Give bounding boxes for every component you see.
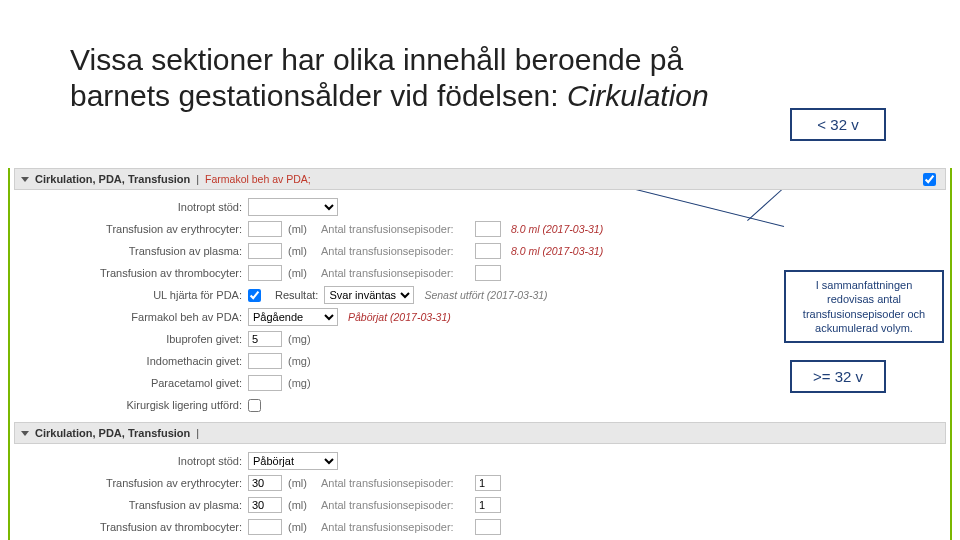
- form-row: Paracetamol givet:(mg): [24, 372, 936, 394]
- field-label: Paracetamol givet:: [24, 377, 242, 389]
- form-row: Transfusion av plasma:(ml)Antal transfus…: [24, 240, 936, 262]
- panel-title: Cirkulation, PDA, Transfusion: [35, 427, 190, 439]
- aux-input[interactable]: [475, 519, 501, 535]
- field-label: Ibuprofen givet:: [24, 333, 242, 345]
- field-label: Farmakol beh av PDA:: [24, 311, 242, 323]
- select-field[interactable]: Påbörjat: [248, 452, 338, 470]
- collapse-icon[interactable]: [21, 431, 29, 436]
- select-field[interactable]: [248, 198, 338, 216]
- number-input[interactable]: [248, 375, 282, 391]
- form-row: Farmakol beh av PDA:PågåendePåbörjat (20…: [24, 306, 936, 328]
- form-row: Kirurgisk ligering utförd:: [24, 394, 936, 416]
- panel-sep: |: [196, 173, 199, 185]
- panel-lt32: Cirkulation, PDA, Transfusion | Farmakol…: [8, 168, 952, 422]
- panel2-body: Inotropt stöd:PåbörjatTransfusion av ery…: [14, 444, 946, 540]
- field-label: Transfusion av thrombocyter:: [24, 521, 242, 533]
- field-label: Transfusion av plasma:: [24, 499, 242, 511]
- form-row: Ibuprofen givet:(mg): [24, 328, 936, 350]
- field-label: Indomethacin givet:: [24, 355, 242, 367]
- panel-header[interactable]: Cirkulation, PDA, Transfusion | Farmakol…: [14, 168, 946, 190]
- unit-label: (ml): [288, 223, 307, 235]
- aux-input[interactable]: [475, 265, 501, 281]
- unit-label: (ml): [288, 499, 307, 511]
- number-input[interactable]: [248, 221, 282, 237]
- aux-input[interactable]: [475, 243, 501, 259]
- unit-label: (ml): [288, 245, 307, 257]
- field-label: Transfusion av thrombocyter:: [24, 267, 242, 279]
- form-row: Transfusion av plasma:(ml)Antal transfus…: [24, 494, 936, 516]
- field-label: Inotropt stöd:: [24, 201, 242, 213]
- field-label: Inotropt stöd:: [24, 455, 242, 467]
- field-label: UL hjärta för PDA:: [24, 289, 242, 301]
- checkbox-field[interactable]: [248, 399, 261, 412]
- form-row: Transfusion av thrombocyter:(ml)Antal tr…: [24, 516, 936, 538]
- form-row: Transfusion av thrombocyter:(ml)Antal tr…: [24, 262, 936, 284]
- form-row: Indomethacin givet:(mg): [24, 350, 936, 372]
- number-input[interactable]: [248, 475, 282, 491]
- number-input[interactable]: [248, 331, 282, 347]
- unit-label: (ml): [288, 521, 307, 533]
- number-input[interactable]: [248, 519, 282, 535]
- aux-label: Antal transfusionsepisoder:: [321, 267, 469, 279]
- status-text: Senast utfört (2017-03-31): [424, 289, 547, 301]
- unit-label: (mg): [288, 333, 311, 345]
- aux-input[interactable]: [475, 475, 501, 491]
- panel-subtitle: Farmakol beh av PDA;: [205, 173, 311, 185]
- panel-header[interactable]: Cirkulation, PDA, Transfusion |: [14, 422, 946, 444]
- aux-input[interactable]: [475, 497, 501, 513]
- unit-label: (mg): [288, 355, 311, 367]
- form-row: Inotropt stöd:: [24, 196, 936, 218]
- panel-title: Cirkulation, PDA, Transfusion: [35, 173, 190, 185]
- callout-lt32: < 32 v: [790, 108, 886, 141]
- form-row: UL hjärta för PDA: Resultat:Svar invänta…: [24, 284, 936, 306]
- aux-label: Antal transfusionsepisoder:: [321, 245, 469, 257]
- unit-label: (ml): [288, 267, 307, 279]
- aux-label: Antal transfusionsepisoder:: [321, 223, 469, 235]
- number-input[interactable]: [248, 353, 282, 369]
- status-text: 8.0 ml (2017-03-31): [511, 223, 603, 235]
- aux-label: Antal transfusionsepisoder:: [321, 521, 469, 533]
- unit-label: (ml): [288, 477, 307, 489]
- aux-label: Antal transfusionsepisoder:: [321, 499, 469, 511]
- panel-checkbox[interactable]: [923, 173, 936, 186]
- field-label: Kirurgisk ligering utförd:: [24, 399, 242, 411]
- result-label: Resultat:: [275, 289, 318, 301]
- number-input[interactable]: [248, 497, 282, 513]
- field-label: Transfusion av erythrocyter:: [24, 223, 242, 235]
- form-row: Transfusion av erythrocyter:(ml)Antal tr…: [24, 472, 936, 494]
- form-row: Inotropt stöd:Påbörjat: [24, 450, 936, 472]
- panel-ge32: Cirkulation, PDA, Transfusion | Inotropt…: [8, 422, 952, 540]
- form-row: Transfusion av erythrocyter:(ml)Antal tr…: [24, 218, 936, 240]
- status-text: Påbörjat (2017-03-31): [348, 311, 451, 323]
- field-label: Transfusion av erythrocyter:: [24, 477, 242, 489]
- aux-input[interactable]: [475, 221, 501, 237]
- result-select[interactable]: Svar inväntas: [324, 286, 414, 304]
- field-label: Transfusion av plasma:: [24, 245, 242, 257]
- title-emphasis: Cirkulation: [567, 79, 709, 112]
- panel-sep: |: [196, 427, 199, 439]
- collapse-icon[interactable]: [21, 177, 29, 182]
- unit-label: (mg): [288, 377, 311, 389]
- select-field[interactable]: Pågående: [248, 308, 338, 326]
- checkbox-field[interactable]: [248, 289, 261, 302]
- panel1-body: Inotropt stöd:Transfusion av erythrocyte…: [14, 190, 946, 418]
- aux-label: Antal transfusionsepisoder:: [321, 477, 469, 489]
- number-input[interactable]: [248, 265, 282, 281]
- number-input[interactable]: [248, 243, 282, 259]
- slide-title: Vissa sektioner har olika innehåll beroe…: [70, 42, 790, 114]
- status-text: 8.0 ml (2017-03-31): [511, 245, 603, 257]
